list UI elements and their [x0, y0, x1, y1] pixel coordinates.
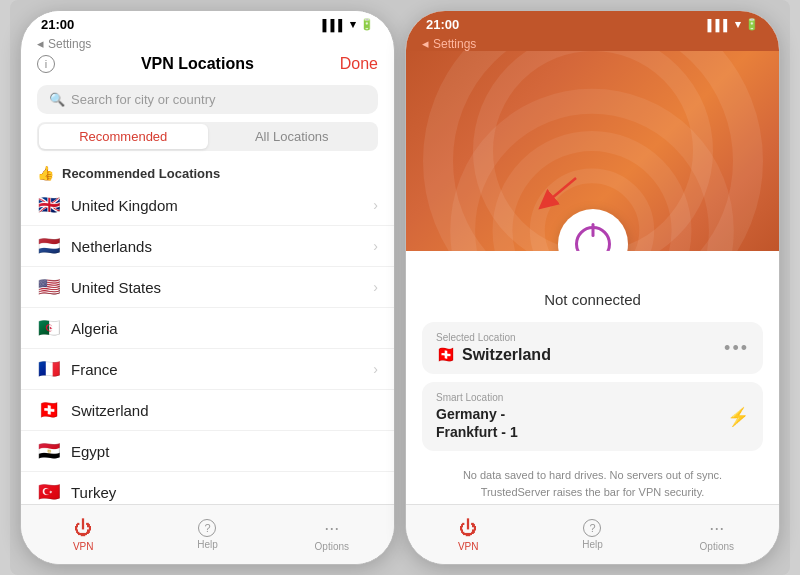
flag-us: 🇺🇸: [37, 276, 61, 298]
options-nav-icon: ···: [324, 518, 339, 539]
smart-location-name: Germany -Frankfurt - 1: [436, 405, 518, 441]
right-status-bar: 21:00 ▌▌▌ ▾ 🔋: [406, 11, 779, 34]
svg-point-0: [463, 101, 722, 251]
connection-status: Not connected: [406, 291, 779, 308]
left-back-label[interactable]: Settings: [48, 37, 91, 51]
svg-point-2: [537, 176, 646, 251]
power-button[interactable]: [558, 209, 628, 251]
selected-location-name: Switzerland: [462, 346, 551, 364]
right-bottom-nav: ⏻ VPN ? Help ··· Options: [406, 504, 779, 564]
right-nav-help-label: Help: [582, 539, 603, 550]
right-nav-options[interactable]: ··· Options: [655, 518, 779, 552]
left-info-icon[interactable]: i: [37, 55, 55, 73]
left-nav-vpn[interactable]: ⏻ VPN: [21, 518, 145, 552]
right-options-nav-icon: ···: [709, 518, 724, 539]
chevron-uk: ›: [373, 197, 378, 213]
location-name-us: United States: [71, 279, 363, 296]
right-time: 21:00: [426, 17, 459, 32]
right-nav-help[interactable]: ? Help: [530, 519, 654, 550]
right-help-nav-icon: ?: [583, 519, 601, 537]
list-item[interactable]: 🇪🇬 Egypt: [21, 431, 394, 472]
selected-location-label: Selected Location: [436, 332, 551, 343]
left-nav-title: VPN Locations: [141, 55, 254, 73]
security-text: No data saved to hard drives. No servers…: [422, 459, 763, 504]
location-name-nl: Netherlands: [71, 238, 363, 255]
list-item[interactable]: 🇺🇸 United States ›: [21, 267, 394, 308]
section-title: Recommended Locations: [62, 166, 220, 181]
location-name-uk: United Kingdom: [71, 197, 363, 214]
flag-dz: 🇩🇿: [37, 317, 61, 339]
left-nav-bar: i VPN Locations Done: [21, 51, 394, 81]
smart-location-label: Smart Location: [436, 392, 518, 403]
right-nav-options-label: Options: [700, 541, 734, 552]
selected-location-card[interactable]: Selected Location 🇨🇭 Switzerland •••: [422, 322, 763, 374]
flag-tr: 🇹🇷: [37, 481, 61, 503]
search-icon: 🔍: [49, 92, 65, 107]
chevron-us: ›: [373, 279, 378, 295]
section-header: 👍 Recommended Locations: [21, 159, 394, 185]
selected-flag: 🇨🇭: [436, 345, 456, 364]
left-nav-help[interactable]: ? Help: [145, 519, 269, 550]
smart-location-card[interactable]: Smart Location Germany -Frankfurt - 1 ⚡: [422, 382, 763, 451]
tab-all-locations[interactable]: All Locations: [208, 124, 377, 149]
location-name-tr: Turkey: [71, 484, 378, 501]
power-icon: [575, 226, 611, 251]
list-item[interactable]: 🇬🇧 United Kingdom ›: [21, 185, 394, 226]
left-time: 21:00: [41, 17, 74, 32]
flag-ch: 🇨🇭: [37, 399, 61, 421]
left-status-bar: 21:00 ▌▌▌ ▾ 🔋: [21, 11, 394, 34]
right-back-arrow: ◂: [422, 36, 429, 51]
thumb-icon: 👍: [37, 165, 54, 181]
right-power-nav-icon: ⏻: [459, 518, 477, 539]
location-name-dz: Algeria: [71, 320, 378, 337]
nav-vpn-label: VPN: [73, 541, 94, 552]
left-nav-options[interactable]: ··· Options: [270, 518, 394, 552]
search-placeholder: Search for city or country: [71, 92, 216, 107]
nav-options-label: Options: [315, 541, 349, 552]
location-name-fr: France: [71, 361, 363, 378]
top-background: [406, 51, 779, 251]
left-nav-done[interactable]: Done: [340, 55, 378, 73]
right-status-icons: ▌▌▌ ▾ 🔋: [708, 18, 759, 31]
right-phone: 21:00 ▌▌▌ ▾ 🔋 ◂ Settings: [405, 10, 780, 565]
list-item[interactable]: 🇳🇱 Netherlands ›: [21, 226, 394, 267]
location-name-eg: Egypt: [71, 443, 378, 460]
left-phone: 21:00 ▌▌▌ ▾ 🔋 ◂ Settings i VPN Locations…: [20, 10, 395, 565]
left-status-icons: ▌▌▌ ▾ 🔋: [323, 18, 374, 31]
right-content: Selected Location 🇨🇭 Switzerland ••• Sma…: [406, 308, 779, 516]
left-bottom-nav: ⏻ VPN ? Help ··· Options: [21, 504, 394, 564]
help-nav-icon: ?: [198, 519, 216, 537]
power-nav-icon: ⏻: [74, 518, 92, 539]
flag-nl: 🇳🇱: [37, 235, 61, 257]
flag-uk: 🇬🇧: [37, 194, 61, 216]
tabs-container: Recommended All Locations: [37, 122, 378, 151]
list-item[interactable]: 🇩🇿 Algeria: [21, 308, 394, 349]
svg-point-1: [502, 141, 681, 251]
chevron-nl: ›: [373, 238, 378, 254]
tab-recommended[interactable]: Recommended: [39, 124, 208, 149]
chevron-fr: ›: [373, 361, 378, 377]
right-nav-vpn-label: VPN: [458, 541, 479, 552]
right-back-label[interactable]: Settings: [433, 37, 476, 51]
svg-line-3: [546, 178, 576, 203]
location-name-ch: Switzerland: [71, 402, 378, 419]
list-item[interactable]: 🇫🇷 France ›: [21, 349, 394, 390]
lightning-icon: ⚡: [727, 406, 749, 428]
nav-help-label: Help: [197, 539, 218, 550]
left-back-arrow: ◂: [37, 36, 44, 51]
right-nav-vpn[interactable]: ⏻ VPN: [406, 518, 530, 552]
search-bar[interactable]: 🔍 Search for city or country: [37, 85, 378, 114]
flag-eg: 🇪🇬: [37, 440, 61, 462]
list-item[interactable]: 🇨🇭 Switzerland: [21, 390, 394, 431]
flag-fr: 🇫🇷: [37, 358, 61, 380]
more-options-button[interactable]: •••: [724, 338, 749, 359]
